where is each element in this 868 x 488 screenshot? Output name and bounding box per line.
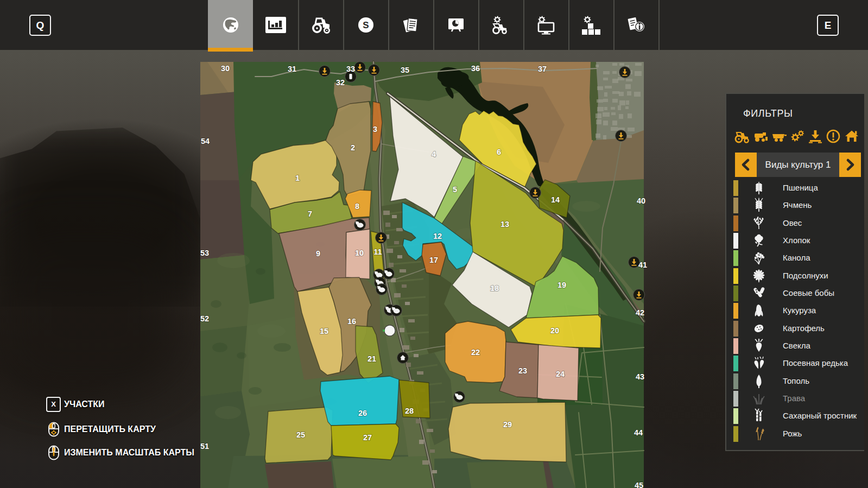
svg-text:29: 29 bbox=[503, 420, 512, 429]
svg-text:18: 18 bbox=[490, 284, 499, 293]
svg-text:15: 15 bbox=[320, 327, 328, 335]
svg-text:25: 25 bbox=[296, 430, 305, 439]
svg-text:4: 4 bbox=[432, 150, 436, 159]
svg-text:30: 30 bbox=[221, 64, 230, 73]
svg-text:24: 24 bbox=[556, 370, 565, 378]
svg-text:8: 8 bbox=[355, 202, 359, 211]
svg-text:40: 40 bbox=[637, 197, 645, 205]
svg-text:5: 5 bbox=[453, 185, 457, 194]
svg-text:16: 16 bbox=[347, 317, 356, 326]
svg-text:10: 10 bbox=[355, 249, 364, 257]
svg-text:11: 11 bbox=[373, 248, 382, 256]
svg-text:37: 37 bbox=[538, 65, 547, 73]
svg-text:22: 22 bbox=[471, 348, 480, 357]
svg-text:41: 41 bbox=[638, 261, 647, 269]
svg-text:42: 42 bbox=[636, 308, 644, 317]
svg-text:7: 7 bbox=[308, 210, 312, 218]
svg-text:28: 28 bbox=[405, 407, 414, 415]
svg-text:17: 17 bbox=[429, 256, 438, 264]
svg-text:51: 51 bbox=[200, 442, 209, 451]
svg-text:2: 2 bbox=[351, 143, 355, 152]
svg-text:27: 27 bbox=[363, 433, 372, 442]
svg-text:35: 35 bbox=[401, 66, 409, 74]
svg-text:14: 14 bbox=[551, 195, 560, 204]
svg-text:44: 44 bbox=[634, 428, 643, 437]
svg-text:33: 33 bbox=[346, 65, 355, 73]
svg-text:9: 9 bbox=[316, 249, 320, 258]
svg-text:43: 43 bbox=[636, 372, 644, 381]
svg-text:1: 1 bbox=[295, 174, 300, 182]
svg-text:S: S bbox=[363, 20, 369, 30]
svg-text:53: 53 bbox=[200, 249, 209, 257]
svg-text:32: 32 bbox=[336, 78, 345, 87]
svg-text:45: 45 bbox=[635, 481, 643, 488]
svg-text:3: 3 bbox=[373, 125, 377, 134]
svg-text:31: 31 bbox=[288, 65, 296, 73]
svg-text:21: 21 bbox=[368, 354, 376, 363]
svg-text:12: 12 bbox=[433, 232, 442, 240]
svg-text:13: 13 bbox=[500, 220, 509, 229]
svg-text:19: 19 bbox=[557, 281, 566, 289]
svg-text:36: 36 bbox=[471, 64, 480, 73]
svg-text:26: 26 bbox=[358, 409, 367, 417]
svg-text:23: 23 bbox=[518, 366, 527, 375]
svg-text:54: 54 bbox=[201, 137, 210, 145]
svg-text:6: 6 bbox=[497, 148, 501, 156]
svg-text:52: 52 bbox=[200, 314, 209, 323]
svg-text:20: 20 bbox=[550, 326, 559, 335]
